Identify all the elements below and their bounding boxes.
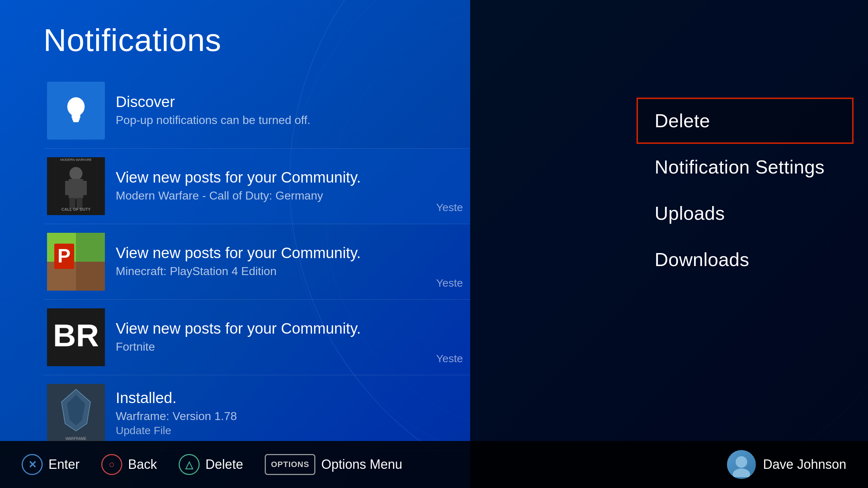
svg-text:CALL OF DUTY: CALL OF DUTY [61, 207, 91, 211]
notif-title-fortnite: View new posts for your Community. [116, 320, 463, 337]
warframe-icon-bg: WARFRAME [47, 384, 105, 442]
notif-subtitle-warframe: Warframe: Version 1.78 [116, 410, 463, 423]
warframe-art-icon: WARFRAME [47, 384, 105, 442]
notif-text-warframe: Installed. Warframe: Version 1.78 Update… [116, 389, 463, 437]
fortnite-icon-bg: BR [47, 308, 105, 366]
notification-list: Discover Pop-up notifications can be tur… [43, 73, 470, 451]
options-button-icon: OPTIONS [265, 454, 315, 475]
notif-subtitle-minecraft: Minecraft: PlayStation 4 Edition [116, 265, 463, 278]
svg-point-5 [69, 167, 82, 180]
notif-icon-cod: CALL OF DUTY MODERN WARFARE [47, 157, 105, 215]
triangle-button-icon: △ [179, 454, 200, 475]
notif-subtitle-fortnite: Fortnite [116, 340, 463, 354]
svg-rect-3 [73, 120, 79, 122]
notif-item-minecraft[interactable]: P View new posts for your Community. Min… [43, 224, 470, 300]
notif-time-cod: Yeste [436, 201, 463, 214]
br-art-icon: BR [47, 308, 105, 366]
user-avatar [727, 450, 756, 479]
notif-title-warframe: Installed. [116, 389, 463, 407]
cod-icon-bg: CALL OF DUTY MODERN WARFARE [47, 157, 105, 215]
svg-text:WARFRAME: WARFRAME [65, 437, 86, 441]
bottom-bar: ✕ Enter ○ Back △ Delete OPTIONS Options … [0, 441, 868, 488]
notif-text-cod: View new posts for your Community. Moder… [116, 169, 463, 204]
notif-icon-warframe: WARFRAME [47, 384, 105, 442]
notif-icon-minecraft: P [47, 233, 105, 291]
notif-item-fortnite[interactable]: BR View new posts for your Community. Fo… [43, 300, 470, 375]
svg-rect-8 [81, 181, 87, 195]
svg-point-0 [67, 97, 85, 116]
notif-title-minecraft: View new posts for your Community. [116, 244, 463, 262]
context-menu-notification-settings[interactable]: Notification Settings [637, 144, 854, 190]
bottom-controls: ✕ Enter ○ Back △ Delete OPTIONS Options … [22, 454, 727, 475]
discover-icon-bg [47, 82, 105, 140]
user-area: Dave Johnson [727, 450, 846, 479]
context-menu-downloads[interactable]: Downloads [637, 236, 854, 283]
minecraft-art-icon: P [47, 233, 105, 291]
svg-rect-15 [76, 233, 105, 262]
lightbulb-icon [61, 94, 90, 127]
svg-text:MODERN WARFARE: MODERN WARFARE [60, 158, 92, 162]
main-content: Notifications Discover Pop-up notificati… [0, 0, 470, 459]
notif-icon-discover [47, 82, 105, 140]
back-label: Back [128, 457, 157, 472]
svg-point-27 [733, 468, 750, 477]
notif-item-cod[interactable]: CALL OF DUTY MODERN WARFARE View new pos… [43, 149, 470, 224]
circle-button-icon: ○ [101, 454, 122, 475]
context-menu-uploads[interactable]: Uploads [637, 190, 854, 236]
svg-rect-17 [76, 262, 105, 291]
options-label: Options Menu [321, 457, 402, 472]
context-menu: Delete Notification Settings Uploads Dow… [637, 98, 854, 283]
notif-text-fortnite: View new posts for your Community. Fortn… [116, 320, 463, 355]
control-back: ○ Back [101, 454, 157, 475]
cod-art-icon: CALL OF DUTY MODERN WARFARE [47, 157, 105, 215]
notif-item-warframe[interactable]: WARFRAME Installed. Warframe: Version 1.… [43, 375, 470, 451]
notif-title-cod: View new posts for your Community. [116, 169, 463, 186]
notif-item-discover[interactable]: Discover Pop-up notifications can be tur… [43, 73, 470, 149]
notif-title-discover: Discover [116, 93, 463, 111]
notif-time-fortnite: Yeste [436, 352, 463, 365]
context-menu-delete[interactable]: Delete [637, 98, 854, 144]
svg-rect-6 [69, 179, 83, 199]
control-options: OPTIONS Options Menu [265, 454, 402, 475]
notif-subtitle-cod: Modern Warfare - Call of Duty: Germany [116, 189, 463, 202]
user-name-label: Dave Johnson [763, 457, 846, 472]
delete-label: Delete [205, 457, 243, 472]
notif-time-minecraft: Yeste [436, 277, 463, 289]
x-button-icon: ✕ [22, 454, 43, 475]
notif-subtitle-discover: Pop-up notifications can be turned off. [116, 114, 463, 127]
svg-rect-7 [65, 181, 71, 195]
control-enter: ✕ Enter [22, 454, 80, 475]
control-delete: △ Delete [179, 454, 243, 475]
notif-text-minecraft: View new posts for your Community. Minec… [116, 244, 463, 279]
notif-icon-fortnite: BR [47, 308, 105, 366]
notif-text-discover: Discover Pop-up notifications can be tur… [116, 93, 463, 128]
avatar-icon [729, 452, 754, 477]
svg-point-26 [736, 456, 747, 468]
svg-text:P: P [58, 245, 71, 266]
enter-label: Enter [48, 457, 80, 472]
page-title: Notifications [43, 22, 470, 59]
notif-detail-warframe: Update File [116, 424, 463, 437]
svg-text:BR: BR [53, 317, 99, 353]
